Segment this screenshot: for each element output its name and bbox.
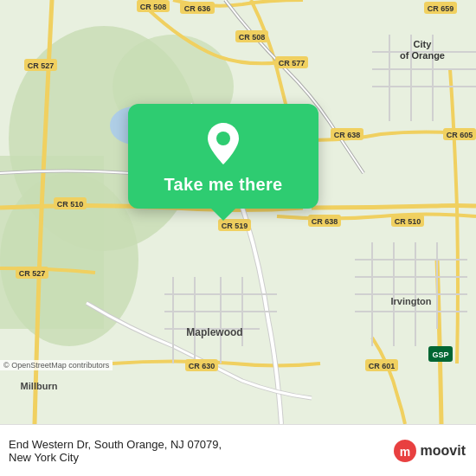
moovit-icon: m [393, 439, 417, 463]
svg-text:CR 508: CR 508 [140, 3, 167, 11]
svg-text:CR 601: CR 601 [369, 362, 396, 370]
svg-text:Irvington: Irvington [390, 296, 431, 306]
svg-text:GSP: GSP [432, 351, 448, 359]
city-line: New York City [9, 451, 393, 464]
bottom-bar: End Western Dr, South Orange, NJ 07079, … [0, 424, 476, 476]
svg-text:CR 638: CR 638 [312, 217, 338, 226]
svg-text:CR 630: CR 630 [189, 362, 215, 370]
svg-text:CR 605: CR 605 [447, 131, 473, 139]
map-container: CR 636 CR 508 CR 508 CR 659 CR 527 CR 57… [0, 0, 476, 424]
svg-text:CR 577: CR 577 [279, 59, 306, 68]
svg-text:CR 510: CR 510 [57, 200, 84, 209]
svg-text:CR 636: CR 636 [184, 4, 211, 13]
svg-text:m: m [399, 445, 409, 459]
address-line: End Western Dr, South Orange, NJ 07079, [9, 438, 393, 451]
svg-text:CR 519: CR 519 [222, 222, 248, 230]
svg-text:CR 527: CR 527 [19, 269, 46, 278]
svg-text:City: City [414, 39, 433, 49]
location-pin-icon [204, 121, 242, 166]
take-me-there-button[interactable]: Take me there [128, 104, 318, 209]
svg-point-64 [216, 132, 230, 145]
take-me-there-label: Take me there [164, 175, 283, 195]
address-info: End Western Dr, South Orange, NJ 07079, … [9, 438, 393, 464]
svg-text:CR 638: CR 638 [334, 131, 361, 139]
moovit-text: moovit [421, 444, 466, 458]
svg-text:CR 508: CR 508 [239, 33, 266, 42]
svg-text:Maplewood: Maplewood [186, 326, 242, 338]
svg-text:CR 659: CR 659 [428, 4, 454, 13]
osm-attribution: © OpenStreetMap contributors [0, 360, 113, 370]
svg-text:CR 527: CR 527 [28, 61, 55, 70]
svg-text:of Orange: of Orange [400, 50, 445, 61]
moovit-logo: m moovit [393, 439, 466, 463]
svg-text:CR 510: CR 510 [395, 217, 421, 226]
svg-text:Millburn: Millburn [21, 381, 58, 391]
